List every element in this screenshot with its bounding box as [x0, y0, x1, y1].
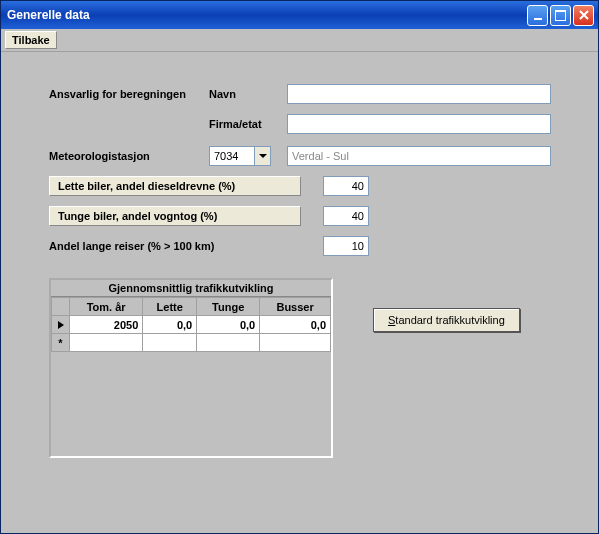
col-tunge: Tunge	[197, 298, 260, 316]
navn-label: Navn	[209, 88, 287, 100]
traffic-grid: Gjennomsnittlig trafikkutvikling Tom. år…	[49, 278, 333, 458]
tunge-button[interactable]: Tunge biler, andel vogntog (%)	[49, 206, 301, 226]
grid-newrow[interactable]: *	[52, 334, 331, 352]
grid-empty-area	[51, 352, 331, 458]
lange-input[interactable]	[323, 236, 369, 256]
cell-tunge[interactable]: 0,0	[197, 316, 260, 334]
content-area: Ansvarlig for beregningen Navn Firma/eta…	[1, 52, 598, 533]
chevron-down-icon[interactable]	[255, 146, 271, 166]
navn-input[interactable]	[287, 84, 551, 104]
row-lette: Lette biler, andel dieseldrevne (%)	[49, 176, 574, 196]
firma-input[interactable]	[287, 114, 551, 134]
window: Generelle data Tilbake Ansvarlig for ber…	[0, 0, 599, 534]
lange-label: Andel lange reiser (% > 100 km)	[49, 240, 301, 252]
met-code[interactable]	[209, 146, 255, 166]
grid-title: Gjennomsnittlig trafikkutvikling	[51, 280, 331, 297]
grid-table[interactable]: Tom. år Lette Tunge Busser 2050 0,0 0,0 …	[51, 297, 331, 352]
lette-input[interactable]	[323, 176, 369, 196]
lette-button[interactable]: Lette biler, andel dieseldrevne (%)	[49, 176, 301, 196]
new-row-icon[interactable]: *	[52, 334, 70, 352]
window-controls	[527, 5, 594, 26]
met-label: Meteorologistasjon	[49, 149, 209, 163]
tunge-input[interactable]	[323, 206, 369, 226]
met-name	[287, 146, 551, 166]
grid-row[interactable]: 2050 0,0 0,0 0,0	[52, 316, 331, 334]
row-selector-icon[interactable]	[52, 316, 70, 334]
minimize-button[interactable]	[527, 5, 548, 26]
actions: Standard trafikkutvikling	[373, 278, 520, 332]
ansvarlig-label: Ansvarlig for beregningen	[49, 87, 209, 101]
toolbar: Tilbake	[1, 29, 598, 52]
back-button[interactable]: Tilbake	[5, 31, 57, 49]
close-button[interactable]	[573, 5, 594, 26]
maximize-button[interactable]	[550, 5, 571, 26]
cell-lette[interactable]: 0,0	[143, 316, 197, 334]
met-select[interactable]	[209, 146, 271, 166]
grid-corner	[52, 298, 70, 316]
col-busser: Busser	[260, 298, 331, 316]
row-firma: Firma/etat	[49, 114, 574, 134]
row-tunge: Tunge biler, andel vogntog (%)	[49, 206, 574, 226]
bottom-area: Gjennomsnittlig trafikkutvikling Tom. år…	[49, 278, 574, 458]
row-navn: Ansvarlig for beregningen Navn	[49, 84, 574, 104]
title-bar: Generelle data	[1, 1, 598, 29]
col-tom: Tom. år	[70, 298, 143, 316]
window-title: Generelle data	[7, 8, 527, 22]
cell-tom[interactable]: 2050	[70, 316, 143, 334]
firma-label: Firma/etat	[209, 118, 287, 130]
row-lange: Andel lange reiser (% > 100 km)	[49, 236, 574, 256]
cell-busser[interactable]: 0,0	[260, 316, 331, 334]
row-meteorologi: Meteorologistasjon	[49, 146, 574, 166]
grid-header-row: Tom. år Lette Tunge Busser	[52, 298, 331, 316]
col-lette: Lette	[143, 298, 197, 316]
standard-button[interactable]: Standard trafikkutvikling	[373, 308, 520, 332]
